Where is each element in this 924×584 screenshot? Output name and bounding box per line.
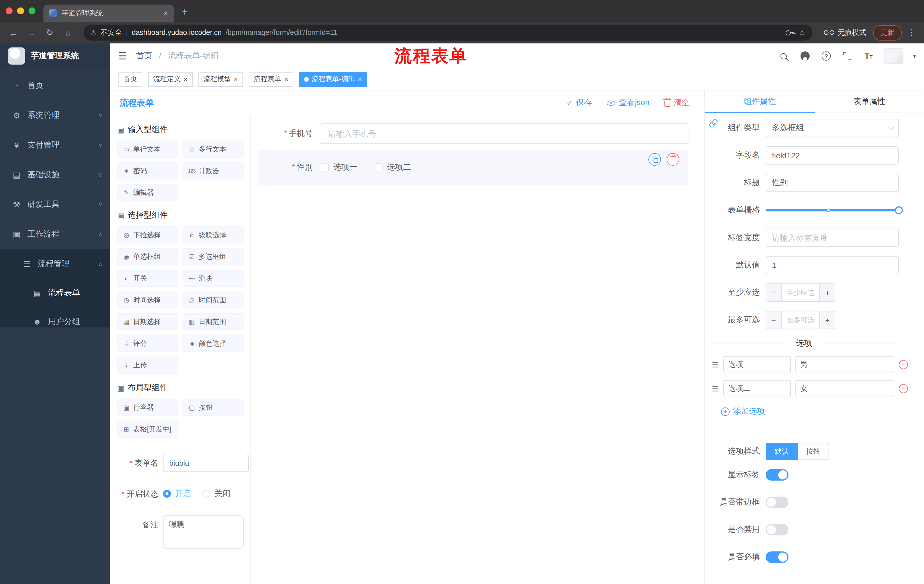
github-icon[interactable] xyxy=(799,50,811,62)
slider-handle[interactable] xyxy=(895,206,903,214)
remove-option-icon[interactable]: − xyxy=(899,384,908,393)
palette-item[interactable]: ∗ 密码 xyxy=(117,162,178,179)
window-zoom-button[interactable] xyxy=(29,7,35,14)
checkbox-option[interactable]: 选项二 xyxy=(375,162,411,173)
max-select-input[interactable] xyxy=(782,311,819,329)
min-select-input[interactable] xyxy=(782,284,819,301)
decrease-icon[interactable]: − xyxy=(766,284,782,301)
reload-icon[interactable]: ↻ xyxy=(42,28,57,38)
palette-item[interactable]: ◉ 单选框组 xyxy=(117,248,178,265)
address-bar[interactable]: ⚠ 不安全 | dashboard.yudao.iocoder.cn/bpm/m… xyxy=(84,25,812,41)
sidebar-item-gear[interactable]: ⚙ 系统管理 ∨ xyxy=(0,100,111,130)
switch-off[interactable] xyxy=(766,524,789,535)
form-name-input[interactable] xyxy=(163,454,249,472)
label-width-input[interactable] xyxy=(766,229,899,247)
decrease-icon[interactable]: − xyxy=(766,311,782,329)
clear-button[interactable]: 清空 xyxy=(664,98,690,108)
home-icon[interactable]: ⌂ xyxy=(61,28,76,38)
sidebar-logo[interactable]: 芋道管理系统 xyxy=(0,43,111,69)
sidebar-item-dev-tools[interactable]: ⚒ 研发工具 ∨ xyxy=(0,190,111,219)
tag-0[interactable]: 首页 xyxy=(118,72,142,87)
component-type-select[interactable]: 多选框组 xyxy=(766,119,899,137)
tag-close-icon[interactable]: × xyxy=(234,76,238,82)
radio-option[interactable]: 关闭 xyxy=(202,489,231,499)
browser-tab[interactable]: 芋道管理系统 × xyxy=(43,5,174,22)
search-icon[interactable] xyxy=(778,50,790,62)
breadcrumb-home[interactable]: 首页 xyxy=(136,51,152,60)
option-label-input[interactable] xyxy=(723,380,790,397)
form-remark-textarea[interactable]: 嘿嘿 xyxy=(163,515,244,549)
sidebar-item-payment[interactable]: ¥ 支付管理 ∨ xyxy=(0,130,111,160)
tag-close-icon[interactable]: × xyxy=(284,76,288,82)
link-icon[interactable] xyxy=(708,118,718,128)
phone-input[interactable] xyxy=(321,123,688,144)
palette-item[interactable]: 123 计数器 xyxy=(183,162,244,179)
new-tab-button[interactable]: + xyxy=(182,6,188,18)
radio-option[interactable]: 开启 xyxy=(163,489,191,499)
drag-handle-icon[interactable]: ☰ xyxy=(712,384,718,393)
copy-component-icon[interactable] xyxy=(648,153,661,166)
window-minimize-button[interactable] xyxy=(17,7,24,14)
palette-item[interactable]: ▣ 行容器 xyxy=(117,399,178,416)
palette-item[interactable]: ▥ 日期范围 xyxy=(183,313,244,330)
forward-icon[interactable]: → xyxy=(24,28,39,38)
sidebar-item-user-group[interactable]: ☻ 用户分组 xyxy=(0,308,111,327)
browser-update-button[interactable]: 更新 xyxy=(873,25,902,40)
sidebar-item-dashboard[interactable]: ◔ 首页 xyxy=(0,71,111,100)
avatar-caret-icon[interactable]: ▾ xyxy=(913,53,916,59)
switch-off[interactable] xyxy=(766,497,789,508)
palette-item[interactable]: ▢ 按钮 xyxy=(183,399,244,416)
palette-item[interactable]: ☰ 多行文本 xyxy=(183,141,244,158)
window-close-button[interactable] xyxy=(6,7,13,14)
option-label-input[interactable] xyxy=(723,356,790,373)
tag-3[interactable]: 流程表单 × xyxy=(249,72,293,87)
form-grid-slider[interactable] xyxy=(766,201,899,219)
switch-on[interactable] xyxy=(766,551,789,563)
browser-menu-icon[interactable]: ⋮ xyxy=(905,28,918,38)
option-style-button[interactable]: 默认 xyxy=(766,443,798,460)
option-value-input[interactable] xyxy=(795,356,894,373)
option-value-input[interactable] xyxy=(795,380,894,397)
sidebar-item-process-manage[interactable]: ☰ 流程管理 ∧ xyxy=(0,249,111,279)
tag-1[interactable]: 流程定义 × xyxy=(148,72,193,87)
option-style-button[interactable]: 按钮 xyxy=(798,443,829,460)
palette-item[interactable]: ✎ 编辑器 xyxy=(117,184,178,201)
palette-item[interactable]: ⋔ 级联选择 xyxy=(183,226,244,243)
add-option-button[interactable]: + 添加选项 xyxy=(721,406,924,416)
palette-item[interactable]: ◎ 下拉选择 xyxy=(117,226,178,243)
tag-close-icon[interactable]: × xyxy=(183,76,188,82)
increase-icon[interactable]: + xyxy=(819,284,835,301)
properties-tab[interactable]: 组件属性 xyxy=(705,90,815,113)
help-icon[interactable]: ? xyxy=(820,50,832,62)
remove-option-icon[interactable]: − xyxy=(899,360,908,369)
user-avatar[interactable] xyxy=(884,48,903,64)
sidebar-item-workflow[interactable]: ▣ 工作流程 ∧ xyxy=(0,219,111,249)
password-key-icon[interactable] xyxy=(785,28,794,37)
palette-item[interactable]: ◷ 时间选择 xyxy=(117,291,178,309)
palette-item[interactable]: ▭ 单行文本 xyxy=(117,141,178,158)
palette-item[interactable]: ⊷ 滑块 xyxy=(183,270,244,287)
palette-item[interactable]: ☑ 多选框组 xyxy=(183,248,244,265)
palette-item[interactable]: ⇪ 上传 xyxy=(117,357,178,374)
tag-close-icon[interactable]: × xyxy=(358,76,362,82)
title-input[interactable] xyxy=(766,174,899,192)
properties-tab[interactable]: 表单属性 xyxy=(815,90,924,113)
palette-item[interactable]: ◐ 开关 xyxy=(117,270,178,287)
sidebar-item-infrastructure[interactable]: ▤ 基础设施 ∨ xyxy=(0,160,111,190)
increase-icon[interactable]: + xyxy=(819,311,835,329)
save-button[interactable]: ✓ 保存 xyxy=(566,98,592,108)
palette-item[interactable]: ☆ 评分 xyxy=(117,335,178,352)
field-name-input[interactable] xyxy=(766,146,899,165)
sidebar-collapse-icon[interactable]: ☰ xyxy=(118,50,127,62)
fullscreen-icon[interactable] xyxy=(842,50,853,62)
back-icon[interactable]: ← xyxy=(6,28,21,38)
palette-item[interactable]: ⊞ 表格[开发中] xyxy=(117,421,178,438)
palette-item[interactable]: ▦ 日期选择 xyxy=(117,313,178,330)
canvas-field-gender-selected[interactable]: *性别 选项一 选项二 xyxy=(258,150,688,185)
palette-item[interactable]: ◶ 时间范围 xyxy=(183,291,244,309)
bookmark-star-icon[interactable]: ☆ xyxy=(799,28,806,37)
sidebar-item-process-form[interactable]: ▤ 流程表单 xyxy=(0,279,111,308)
drag-handle-icon[interactable]: ☰ xyxy=(712,360,718,369)
delete-component-icon[interactable] xyxy=(667,153,679,166)
tag-2[interactable]: 流程模型 × xyxy=(198,72,243,87)
